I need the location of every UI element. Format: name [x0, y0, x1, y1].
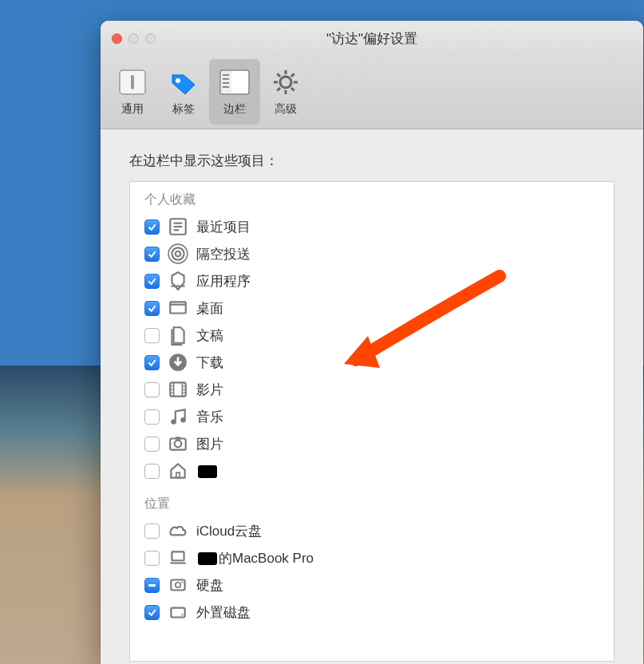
list-item-applications[interactable]: 应用程序 [130, 267, 614, 294]
checkbox-music[interactable] [144, 409, 160, 425]
general-icon [115, 67, 150, 97]
obscured-text [198, 552, 217, 565]
item-label: 桌面 [196, 299, 223, 318]
svg-point-38 [180, 417, 186, 423]
checkbox-movies[interactable] [144, 382, 160, 397]
downloads-icon [168, 353, 188, 372]
svg-rect-47 [171, 608, 184, 618]
preferences-window: "访达"偏好设置 通用 标签 边栏 高级 在边栏中显 [101, 21, 643, 664]
item-label: 的MacBook Pro [196, 549, 314, 567]
desktop-icon [168, 298, 188, 318]
zoom-window-button[interactable] [145, 34, 156, 44]
checkbox-pictures[interactable] [144, 437, 160, 452]
laptop-icon [168, 548, 188, 567]
item-label: 下载 [196, 354, 223, 372]
list-item-desktop[interactable]: 桌面 [130, 294, 614, 322]
item-label [196, 463, 219, 479]
svg-line-15 [291, 88, 294, 91]
obscured-text [198, 465, 217, 478]
svg-rect-43 [172, 551, 184, 560]
svg-point-46 [181, 582, 183, 583]
list-item-home[interactable] [130, 457, 614, 484]
svg-point-45 [176, 583, 181, 588]
section-heading: 在边栏中显示这些项目： [129, 152, 614, 170]
svg-point-48 [181, 614, 183, 615]
item-label: 外置磁盘 [196, 603, 251, 622]
item-label: 影片 [196, 381, 223, 399]
tab-advanced[interactable]: 高级 [260, 59, 311, 125]
minimize-window-button[interactable] [128, 34, 139, 44]
external-disk-icon [168, 603, 188, 622]
tab-sidebar[interactable]: 边栏 [209, 59, 260, 125]
checkbox-airdrop[interactable] [144, 247, 160, 262]
checkbox-downloads[interactable] [144, 355, 160, 370]
movies-icon [168, 380, 188, 399]
checkbox-icloud[interactable] [144, 524, 160, 539]
list-item-movies[interactable]: 影片 [130, 376, 614, 403]
svg-rect-44 [171, 580, 184, 591]
svg-point-22 [176, 251, 181, 257]
tab-tags[interactable]: 标签 [158, 59, 209, 125]
group-locations-label: 位置 [130, 496, 614, 517]
list-item-icloud[interactable]: iCloud云盘 [130, 517, 614, 544]
checkbox-documents[interactable] [144, 328, 160, 343]
svg-point-37 [171, 419, 176, 425]
applications-icon [168, 271, 188, 290]
svg-point-2 [176, 78, 180, 83]
item-label: 应用程序 [196, 272, 251, 290]
svg-rect-41 [176, 437, 181, 439]
music-icon [168, 407, 188, 426]
list-item-pictures[interactable]: 图片 [130, 430, 614, 457]
list-item-documents[interactable]: 文稿 [130, 322, 614, 349]
traffic-lights [101, 34, 156, 44]
list-item-recents[interactable]: 最近项目 [130, 213, 614, 240]
list-item-music[interactable]: 音乐 [130, 403, 614, 430]
list-item-hard-disks[interactable]: 硬盘 [130, 571, 614, 599]
airdrop-icon [168, 244, 188, 263]
svg-point-40 [175, 441, 182, 448]
checkbox-this-mac[interactable] [144, 551, 160, 566]
documents-icon [168, 326, 188, 345]
checkbox-external-disks[interactable] [144, 605, 160, 620]
group-favorites-label: 个人收藏 [130, 192, 614, 213]
svg-rect-25 [170, 302, 186, 313]
checkbox-recents[interactable] [144, 219, 160, 235]
gear-icon [268, 67, 303, 97]
svg-point-23 [172, 247, 184, 259]
checkbox-home[interactable] [144, 464, 160, 479]
sidebar-items-list: 个人收藏 最近项目 隔空投送 应用程序 桌面 [129, 181, 614, 662]
checkbox-hard-disks[interactable] [144, 578, 160, 593]
tab-general[interactable]: 通用 [107, 59, 158, 125]
checkbox-applications[interactable] [144, 274, 160, 289]
list-item-this-mac[interactable]: 的MacBook Pro [130, 544, 614, 571]
svg-line-14 [277, 73, 280, 77]
item-label: 最近项目 [196, 218, 251, 236]
svg-line-17 [291, 73, 294, 77]
item-label: 隔空投送 [196, 245, 251, 263]
item-label: iCloud云盘 [196, 522, 262, 540]
sidebar-icon [217, 67, 252, 97]
svg-line-16 [277, 88, 280, 91]
svg-point-9 [280, 77, 291, 88]
list-item-downloads[interactable]: 下载 [130, 349, 614, 376]
toolbar: 通用 标签 边栏 高级 [101, 56, 643, 129]
item-label: 文稿 [196, 326, 223, 345]
hard-disk-icon [168, 575, 188, 595]
recents-icon [168, 217, 188, 236]
svg-rect-1 [131, 75, 134, 89]
item-label: 图片 [196, 435, 223, 453]
list-item-airdrop[interactable]: 隔空投送 [130, 240, 614, 267]
close-window-button[interactable] [112, 34, 122, 44]
item-label: 硬盘 [196, 576, 223, 595]
checkbox-desktop[interactable] [144, 301, 160, 316]
item-label: 音乐 [196, 408, 223, 426]
titlebar: "访达"偏好设置 [101, 21, 643, 56]
content-area: 在边栏中显示这些项目： 个人收藏 最近项目 隔空投送 应用程序 [101, 129, 643, 662]
window-title: "访达"偏好设置 [101, 30, 643, 48]
list-item-external-disks[interactable]: 外置磁盘 [130, 599, 614, 626]
pictures-icon [168, 434, 188, 453]
tag-icon [166, 67, 201, 97]
home-icon [168, 461, 188, 480]
icloud-icon [168, 521, 188, 540]
